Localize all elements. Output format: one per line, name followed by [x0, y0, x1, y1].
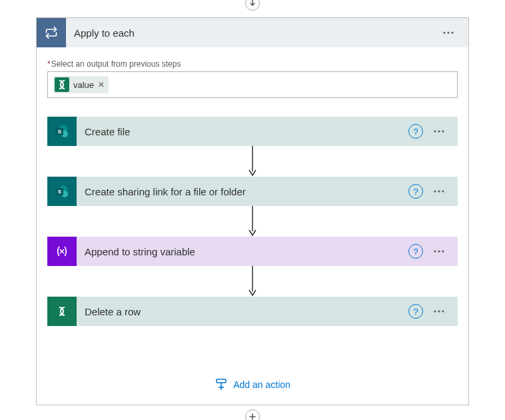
svg-point-5: [442, 130, 444, 132]
card-body: *Select an output from previous steps va…: [37, 47, 468, 405]
step-create-sharing-link[interactable]: S Create sharing link for a file or fold…: [47, 177, 458, 206]
apply-to-each-icon: [37, 18, 66, 47]
step-delete-row[interactable]: Delete a row ?: [47, 297, 458, 326]
add-step-top-button[interactable]: [245, 0, 260, 11]
svg-point-17: [442, 310, 444, 312]
connector-arrow: [247, 146, 258, 177]
dataverse-icon: [47, 297, 77, 326]
svg-point-12: [438, 250, 440, 252]
svg-point-16: [438, 310, 440, 312]
step-title: Create sharing link for a file or folder: [77, 186, 408, 197]
svg-rect-18: [217, 379, 226, 383]
token-remove-button[interactable]: ✕: [98, 80, 105, 89]
output-selector-label: *Select an output from previous steps: [47, 59, 458, 69]
connector-arrow: [247, 266, 258, 297]
step-append-variable[interactable]: Append to string variable ?: [47, 237, 458, 266]
svg-point-2: [451, 31, 453, 33]
step-menu-button[interactable]: [427, 299, 451, 323]
card-menu-button[interactable]: [436, 21, 460, 45]
card-header[interactable]: Apply to each: [37, 18, 468, 47]
help-button[interactable]: ?: [408, 184, 423, 199]
add-action-button[interactable]: Add an action: [47, 371, 458, 395]
svg-point-3: [434, 130, 436, 132]
help-button[interactable]: ?: [408, 304, 423, 319]
help-button[interactable]: ?: [408, 244, 423, 259]
sharepoint-icon: S: [47, 177, 77, 206]
apply-to-each-card: Apply to each *Select an output from pre…: [36, 17, 469, 405]
svg-point-11: [434, 250, 436, 252]
token-label: value: [73, 80, 94, 90]
sharepoint-icon: S: [47, 117, 77, 146]
card-title: Apply to each: [66, 27, 436, 39]
svg-point-13: [442, 250, 444, 252]
step-title: Create file: [77, 126, 408, 137]
step-menu-button[interactable]: [427, 119, 451, 143]
step-title: Append to string variable: [77, 246, 408, 257]
svg-point-4: [438, 130, 440, 132]
step-menu-button[interactable]: [427, 239, 451, 263]
step-title: Delete a row: [77, 306, 408, 317]
svg-point-1: [447, 31, 449, 33]
add-action-label: Add an action: [233, 379, 290, 390]
svg-point-9: [442, 190, 444, 192]
step-menu-button[interactable]: [427, 179, 451, 203]
steps-container: S Create file ? S Create sharing link fo…: [47, 117, 458, 326]
add-step-bottom-button[interactable]: [245, 409, 260, 420]
svg-point-0: [443, 31, 445, 33]
connector-arrow: [247, 206, 258, 237]
svg-point-8: [438, 190, 440, 192]
svg-point-7: [434, 190, 436, 192]
step-create-file[interactable]: S Create file ?: [47, 117, 458, 146]
output-selector-input[interactable]: value ✕: [47, 71, 458, 98]
variable-icon: [47, 237, 77, 266]
help-button[interactable]: ?: [408, 124, 423, 139]
svg-point-15: [434, 310, 436, 312]
dataverse-icon: [55, 77, 69, 92]
dynamic-value-token[interactable]: value ✕: [53, 76, 109, 93]
